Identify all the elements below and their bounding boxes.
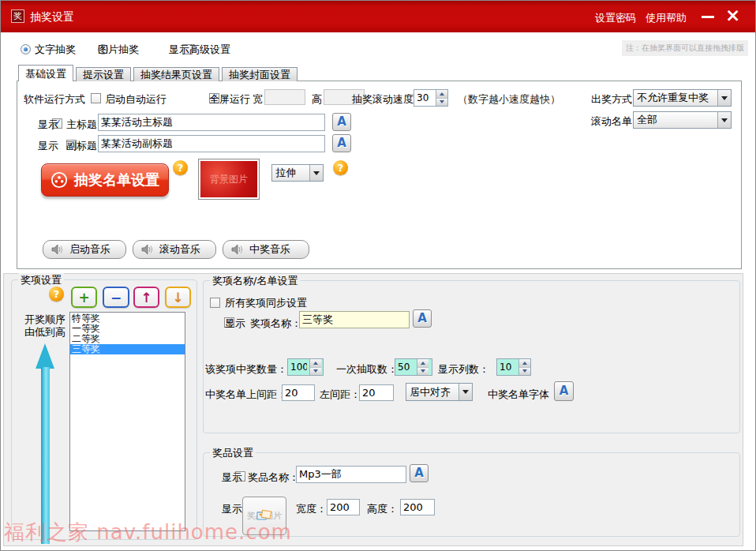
dropdown-arrow-icon xyxy=(309,165,323,181)
batch-count-label: 一次抽取数： xyxy=(336,362,398,377)
set-password-menu[interactable]: 设置密码 xyxy=(595,11,636,25)
prize-item-group-title: 奖品设置 xyxy=(210,446,256,460)
sync-all-awards-checkbox[interactable] xyxy=(210,298,220,308)
autorun-checkbox[interactable] xyxy=(91,93,101,103)
radio-text-lottery[interactable] xyxy=(21,44,31,54)
basic-settings-panel: 软件运行方式 启动自动运行 全屏运行 宽 高 抽奖滚动速度 （数字越小速度越快）… xyxy=(17,81,742,269)
win-count-input[interactable] xyxy=(288,359,309,375)
show-sub-title-label: 显示 xyxy=(38,139,58,153)
batch-count-input[interactable] xyxy=(395,359,417,375)
fullscreen-label: 全屏运行 xyxy=(209,92,250,107)
order-arrow-icon xyxy=(36,343,54,369)
show-prize-name-label: 显示 xyxy=(222,470,242,485)
prize-name-label: 奖品名称： xyxy=(248,470,299,485)
award-levels-group-title: 奖项设置 xyxy=(18,273,64,287)
autorun-label: 启动自动运行 xyxy=(105,92,167,107)
app-icon: 奖 xyxy=(11,9,24,23)
close-icon[interactable]: × xyxy=(725,5,740,25)
dropdown-arrow-icon xyxy=(458,384,472,400)
prize-settings-area: 奖项设置 ? + − ↑ ↓ 开奖顺序 由低到高 特等奖 一等奖 二等奖 三等奖… xyxy=(3,273,743,546)
tab-result-page-settings[interactable]: 抽奖结果页设置 xyxy=(133,67,219,81)
scroll-list-label: 滚动名单 xyxy=(591,114,632,129)
speed-hint: （数字越小速度越快） xyxy=(458,92,560,107)
sync-all-awards-label: 所有奖项同步设置 xyxy=(225,296,307,310)
radio-text-lottery-label: 文字抽奖 xyxy=(35,43,76,57)
award-name-font-button[interactable]: A xyxy=(413,309,432,328)
dropdown-arrow-icon xyxy=(717,90,731,106)
minimize-icon[interactable] xyxy=(702,16,714,18)
award-mode-select[interactable]: 不允许重复中奖 xyxy=(633,89,732,107)
tab-hint-settings[interactable]: 提示设置 xyxy=(76,67,131,81)
speaker-icon xyxy=(51,244,64,255)
show-award-name-label: 显示 xyxy=(225,317,245,331)
scroll-list-select[interactable]: 全部 xyxy=(633,111,732,129)
columns-spinner xyxy=(496,358,531,376)
scroll-speed-label: 抽奖滚动速度 xyxy=(352,92,414,107)
start-music-button[interactable]: 启动音乐 xyxy=(43,240,126,259)
help-icon[interactable]: ? xyxy=(49,287,64,302)
list-item-selected[interactable]: 三等奖 xyxy=(70,344,185,354)
tab-cover-settings[interactable]: 抽奖封面设置 xyxy=(222,67,298,81)
move-award-down-button[interactable]: ↓ xyxy=(165,287,191,308)
prize-image-height-label: 高度： xyxy=(367,502,398,516)
sub-title-font-button[interactable]: A xyxy=(332,134,351,152)
titlebar: 奖 抽奖设置 设置密码 使用帮助 × xyxy=(1,1,755,32)
winner-list-font-button[interactable]: A xyxy=(554,381,574,401)
background-image-thumbnail[interactable]: 背景图片 xyxy=(198,159,260,200)
batch-count-spinner xyxy=(395,358,432,376)
left-margin-input[interactable] xyxy=(359,384,394,401)
help-icon[interactable]: ? xyxy=(173,160,188,175)
prize-name-font-button[interactable]: A xyxy=(410,464,429,482)
tab-basic-settings[interactable]: 基础设置 xyxy=(18,65,73,81)
lottery-settings-window: 奖 抽奖设置 设置密码 使用帮助 × 文字抽奖 图片抽奖 显示高级设置 注：在抽… xyxy=(0,0,756,551)
award-list: 特等奖 一等奖 二等奖 三等奖 xyxy=(69,312,185,531)
width-label: 宽 xyxy=(253,92,263,107)
stretch-mode-select[interactable]: 拉伸 xyxy=(271,164,324,182)
watermark: 福利之家 nav.fulihome.com xyxy=(4,519,292,546)
prize-image-height-input[interactable] xyxy=(400,499,435,515)
draw-order-hint: 开奖顺序 由低到高 xyxy=(24,313,65,339)
help-menu[interactable]: 使用帮助 xyxy=(646,11,687,25)
radio-image-lottery-label: 图片抽奖 xyxy=(98,43,139,57)
help-icon[interactable]: ? xyxy=(333,160,348,175)
winner-list-font-label: 中奖名单字体 xyxy=(488,388,549,402)
speaker-icon xyxy=(141,244,154,255)
namelist-settings-button[interactable]: 抽奖名单设置 xyxy=(41,163,169,197)
prize-image-width-label: 宽度： xyxy=(296,502,327,516)
order-arrow-shaft xyxy=(41,367,50,544)
award-mode-label: 出奖方式 xyxy=(591,92,632,107)
remove-award-button[interactable]: − xyxy=(103,287,129,308)
win-count-label: 该奖项中奖数量： xyxy=(205,362,287,377)
height-label: 高 xyxy=(312,92,322,107)
win-music-button[interactable]: 中奖音乐 xyxy=(223,240,309,259)
advanced-settings-label: 显示高级设置 xyxy=(169,43,230,57)
drag-layout-note: 注：在抽奖界面可以直接拖拽排版 xyxy=(622,40,748,56)
columns-label: 显示列数： xyxy=(438,362,489,377)
prize-name-input[interactable] xyxy=(296,466,406,483)
columns-input[interactable] xyxy=(497,359,518,375)
namelist-badge-icon xyxy=(51,171,68,189)
show-main-title-label: 显示 xyxy=(38,118,58,132)
align-select[interactable]: 居中对齐 xyxy=(406,383,473,401)
win-count-spinner xyxy=(287,358,324,376)
add-award-button[interactable]: + xyxy=(71,287,97,308)
award-name-input[interactable] xyxy=(299,311,410,328)
main-title-font-button[interactable]: A xyxy=(332,113,351,131)
sub-title-input[interactable] xyxy=(98,135,325,152)
scroll-speed-input[interactable] xyxy=(414,90,436,106)
left-margin-label: 左间距： xyxy=(320,388,361,402)
top-margin-label: 中奖名单上间距： xyxy=(205,388,287,402)
run-mode-label: 软件运行方式 xyxy=(24,92,85,107)
settings-tabs: 基础设置 提示设置 抽奖结果页设置 抽奖封面设置 xyxy=(18,65,300,81)
run-width-input[interactable] xyxy=(264,89,305,105)
award-name-group-title: 奖项名称/名单设置 xyxy=(210,274,300,288)
main-title-input[interactable] xyxy=(98,114,325,131)
window-title: 抽奖设置 xyxy=(30,10,74,24)
scroll-music-button[interactable]: 滚动音乐 xyxy=(133,240,216,259)
prize-image-width-input[interactable] xyxy=(327,499,360,515)
award-name-label: 奖项名称： xyxy=(250,317,301,331)
top-margin-input[interactable] xyxy=(282,384,315,401)
scroll-speed-spin-buttons[interactable] xyxy=(436,90,447,106)
move-award-up-button[interactable]: ↑ xyxy=(133,287,159,308)
dropdown-arrow-icon xyxy=(717,112,731,128)
